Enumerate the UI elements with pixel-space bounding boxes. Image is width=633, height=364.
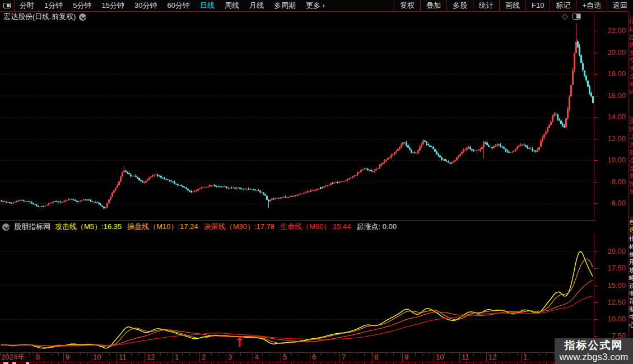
indicator-price-axis: 20.0017.5015.0012.5010.007.50 <box>594 233 629 352</box>
period-tab[interactable]: 日线 <box>195 0 220 11</box>
trading-app-window: 分时1分钟5分钟15分钟30分钟60分钟日线周线月线多周期更多 › 复权叠加多股… <box>0 0 633 364</box>
month-label: 6 <box>312 353 316 361</box>
axis-tick <box>594 96 598 96</box>
layout-split-icon[interactable] <box>0 0 15 11</box>
collapse-indicator-icon[interactable] <box>2 223 10 231</box>
indicator-value-label: 起涨点: 0.00 <box>357 222 397 232</box>
month-separator <box>402 353 403 362</box>
month-label: 4 <box>255 353 259 361</box>
chart-corner-icons: ◇ <box>562 12 581 20</box>
price-axis-label: 10.00 <box>607 156 626 164</box>
axis-tick <box>594 31 598 31</box>
main-candlestick-chart[interactable] <box>0 22 594 220</box>
month-separator <box>63 353 64 362</box>
month-label: 8 <box>36 353 40 361</box>
indicator-values: 攻击线（M5）:16.35操盘线（M10）:17.24决策线（M30）:17.7… <box>55 222 397 232</box>
axis-tick <box>594 160 598 161</box>
axis-tick <box>594 336 598 337</box>
period-tab[interactable]: 分时 <box>15 0 39 11</box>
month-label: 2024年 <box>1 353 25 361</box>
indicator-header: 股朋指标网 攻击线（M5）:16.35操盘线（M10）:17.24决策线（M30… <box>0 220 596 233</box>
sidebar-section-clipped[interactable]: 画线工具形态选股预警 <box>629 116 633 218</box>
month-label: 1 <box>175 353 179 361</box>
month-label: 10 <box>93 353 101 361</box>
tool-button[interactable]: 多股 <box>446 0 473 11</box>
price-axis-label: 16.00 <box>607 92 626 100</box>
axis-tick <box>594 251 598 252</box>
period-tab[interactable]: 多周期 <box>269 0 301 11</box>
price-axis-label: 10.00 <box>607 315 626 323</box>
period-tab[interactable]: 月线 <box>244 0 269 11</box>
price-axis-label: 15.00 <box>607 282 626 290</box>
tool-button[interactable]: 返回 <box>607 0 633 11</box>
price-axis-label: 12.00 <box>607 135 626 143</box>
month-label: 8 <box>374 353 378 361</box>
month-label: 1 <box>523 353 527 361</box>
month-separator <box>521 353 522 362</box>
month-separator <box>117 353 117 362</box>
period-tab[interactable]: 60分钟 <box>162 0 194 11</box>
panel-toggle-icon[interactable] <box>573 13 581 20</box>
date-axis: 2024年891011121234567891011121 <box>0 352 629 362</box>
period-tab[interactable]: 30分钟 <box>129 0 162 11</box>
price-axis-label: 12.50 <box>607 298 626 306</box>
tool-button[interactable]: 标记 <box>550 0 576 11</box>
tool-button[interactable]: 画线 <box>499 0 525 11</box>
month-separator <box>91 353 91 362</box>
right-sidebar-strip-clipped[interactable]: 指标趋势多空资金筹码画线工具形态选股预警自选指标使用攻略说明帮助中心 <box>629 11 633 364</box>
axis-tick <box>594 302 598 303</box>
chevron-down-icon[interactable] <box>79 13 86 21</box>
title-bar: 宏达股份(日线.前复权) <box>0 11 594 22</box>
indicator-value-label: 生命线（M60）:15.44 <box>280 222 351 232</box>
tool-button[interactable]: 复权 <box>394 0 420 11</box>
month-separator <box>434 353 434 362</box>
price-axis-label: 18.00 <box>607 70 626 78</box>
indicator-value-label: 决策线（M30）:17.78 <box>204 222 274 232</box>
split-screen-icon <box>3 3 11 8</box>
sidebar-section-clipped[interactable]: 指标趋势多空资金筹码 <box>629 17 633 117</box>
period-tabs: 分时1分钟5分钟15分钟30分钟60分钟日线周线月线多周期更多 › <box>15 0 330 11</box>
month-label: 11 <box>119 353 127 361</box>
axis-tick <box>594 182 598 183</box>
month-separator <box>173 353 173 362</box>
tool-button[interactable]: 统计 <box>473 0 499 11</box>
sidebar-section-clipped[interactable]: 自选 <box>629 217 633 235</box>
tool-button[interactable]: 叠加 <box>420 0 446 11</box>
month-label: 9 <box>66 353 69 361</box>
period-tab[interactable]: 周线 <box>220 0 244 11</box>
axis-tick <box>594 268 598 269</box>
month-separator <box>199 353 200 362</box>
period-tab[interactable]: 5分钟 <box>68 0 96 11</box>
diamond-icon[interactable]: ◇ <box>562 12 568 20</box>
month-separator <box>486 353 487 362</box>
tool-button[interactable]: F10 <box>525 0 550 11</box>
month-label: 7 <box>342 353 346 361</box>
month-separator <box>34 353 34 362</box>
indicator-value-label: 操盘线（M10）:17.24 <box>127 222 198 232</box>
price-axis-label: 22.00 <box>607 27 626 35</box>
month-label: 12 <box>147 353 155 361</box>
watermark-title: 指标公式网 <box>565 339 623 352</box>
month-separator <box>372 353 373 362</box>
month-label: 11 <box>462 353 469 361</box>
tool-button[interactable]: +自选 <box>576 0 607 11</box>
site-watermark: 指标公式网 www.zbgs3.com <box>555 338 633 364</box>
month-label: 10 <box>436 353 444 361</box>
period-tab[interactable]: 15分钟 <box>96 0 129 11</box>
axis-tick <box>594 319 598 320</box>
main-price-axis: 22.0020.0018.0016.0014.0012.0010.008.006… <box>594 22 629 220</box>
month-separator <box>459 353 460 362</box>
price-axis-label: 17.50 <box>607 264 626 272</box>
toolbar-actions: 复权叠加多股统计画线F10标记+自选返回 <box>394 0 633 11</box>
period-tab[interactable]: 更多 › <box>301 0 330 11</box>
watermark-url: www.zbgs3.com <box>560 352 629 363</box>
month-label: 9 <box>404 353 408 361</box>
top-toolbar: 分时1分钟5分钟15分钟30分钟60分钟日线周线月线多周期更多 › 复权叠加多股… <box>0 0 633 12</box>
month-label: 2 <box>202 353 206 361</box>
month-label: 3 <box>228 353 232 361</box>
month-label: 12 <box>488 353 496 361</box>
period-tab[interactable]: 1分钟 <box>39 0 68 11</box>
indicator-line-chart[interactable] <box>0 233 594 352</box>
indicator-value-label: 攻击线（M5）:16.35 <box>55 222 122 232</box>
price-axis-label: 6.00 <box>612 199 626 207</box>
